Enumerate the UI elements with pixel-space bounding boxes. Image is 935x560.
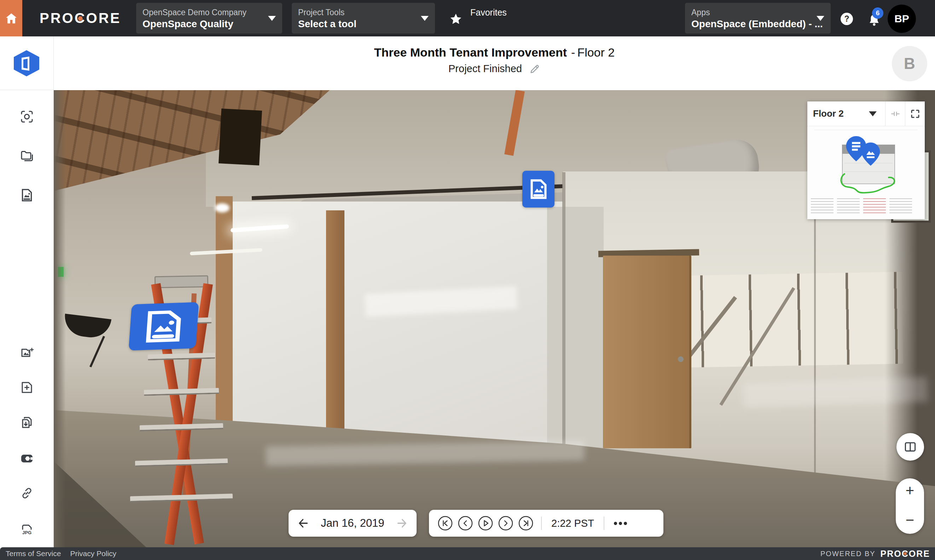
chevron-down-icon [268, 16, 276, 21]
copy-download-icon [20, 415, 34, 429]
share-link-button[interactable] [20, 486, 34, 500]
export-copy-button[interactable] [20, 415, 34, 429]
procore-logo[interactable]: PROCORE [40, 0, 121, 36]
favorites-star-button[interactable] [449, 13, 462, 28]
app-root: PROCORE OpenSpace Demo Company OpenSpace… [0, 0, 935, 560]
star-icon [449, 13, 462, 26]
image-document-icon [528, 176, 550, 202]
chevron-down-icon [869, 111, 876, 116]
terms-of-service-link[interactable]: Terms of Service [6, 549, 61, 558]
step-forward-button[interactable] [498, 515, 513, 531]
folders-icon [20, 148, 34, 163]
playback-controls: 2:22 PST [429, 510, 664, 537]
jpg-label: JPG [22, 530, 31, 535]
split-view-button[interactable] [896, 433, 924, 461]
photo-ladder-step [130, 494, 233, 502]
link-icon [20, 486, 34, 500]
company-selector-label: OpenSpace Demo Company [143, 7, 262, 18]
apps-dropdown-value: OpenSpace (Embedded) - ... [692, 18, 811, 31]
minimap-titleblock [863, 198, 886, 215]
procore-sync-button[interactable] [20, 451, 34, 466]
image-document-icon [20, 188, 34, 202]
minimap-floor-selector[interactable]: Floor 2 [807, 102, 885, 126]
play-button[interactable] [478, 515, 493, 531]
download-jpg-button[interactable]: JPG [20, 523, 34, 537]
capture-tool-button[interactable] [20, 109, 34, 124]
photo-door-handle [678, 356, 684, 362]
previous-date-arrow[interactable] [297, 517, 310, 529]
home-button[interactable] [0, 0, 22, 36]
photo-light-glow [215, 203, 230, 212]
footer-bar: Terms of Service Privacy Policy POWERED … [0, 547, 935, 560]
add-file-button[interactable] [20, 380, 34, 395]
next-date-arrow[interactable] [395, 517, 408, 529]
photo-door [603, 255, 692, 448]
apps-dropdown-label: Apps [692, 7, 811, 18]
panorama-viewer[interactable]: Floor 2 [54, 90, 935, 560]
file-plus-icon [20, 380, 34, 395]
top-navigation-bar: PROCORE OpenSpace Demo Company OpenSpace… [0, 0, 935, 36]
capture-time: 2:22 PST [549, 518, 596, 529]
project-status-text: Project Finished [448, 63, 522, 75]
add-image-button[interactable] [20, 346, 34, 360]
minimap-floorplan[interactable] [807, 126, 925, 219]
project-tools-dropdown[interactable]: Project Tools Select a tool [292, 3, 435, 34]
skip-to-first-button[interactable] [437, 515, 453, 531]
page-title: Three Month Tenant Improvement-Floor 2 [54, 46, 935, 59]
photo-ladder-step [140, 423, 223, 431]
photo-shaded-wall [547, 207, 604, 447]
title-separator: - [571, 46, 575, 59]
powered-by-label: POWERED BY [820, 550, 876, 558]
collaborator-avatar[interactable]: B [892, 46, 927, 81]
current-date[interactable]: Jan 16, 2019 [321, 517, 384, 529]
zoom-in-button[interactable]: + [906, 483, 915, 498]
edit-pencil-icon[interactable] [529, 63, 540, 75]
help-button[interactable]: ? [841, 13, 853, 25]
project-title-bar: Three Month Tenant Improvement-Floor 2 P… [54, 36, 935, 90]
footer-branding: POWERED BY PROCORE [820, 549, 930, 559]
zoom-out-button[interactable]: − [906, 512, 915, 528]
notification-count: 6 [876, 9, 880, 17]
chevron-down-icon [816, 16, 824, 21]
step-back-button[interactable] [457, 515, 473, 531]
zoom-controls: + − [896, 478, 924, 534]
procore-c-icon [20, 451, 34, 466]
jpg-file-icon: JPG [20, 523, 34, 537]
openspace-logo-door [22, 57, 29, 71]
footer-links: Terms of Service Privacy Policy [6, 549, 116, 558]
openspace-logo[interactable] [14, 50, 39, 76]
privacy-policy-link[interactable]: Privacy Policy [70, 549, 116, 558]
collapse-icon [890, 109, 901, 119]
minimap-floor-label: Floor 2 [813, 108, 844, 119]
divider [541, 517, 542, 530]
more-options-button[interactable] [614, 522, 627, 525]
minimap-titleblock [837, 198, 860, 215]
photo-note-marker-1[interactable] [522, 171, 555, 208]
minimap-photo-pin[interactable] [861, 143, 880, 167]
user-avatar[interactable]: BP [887, 5, 916, 33]
photo-docs-button[interactable] [20, 188, 34, 202]
company-selector-dropdown[interactable]: OpenSpace Demo Company OpenSpace Quality [136, 3, 282, 34]
image-document-icon [139, 308, 188, 345]
notification-count-badge[interactable]: 6 [872, 8, 883, 19]
tool-sidebar: JPG PDF [0, 36, 54, 547]
split-view-icon [903, 440, 918, 454]
minimap-panel: Floor 2 [807, 102, 925, 219]
image-add-icon [20, 346, 34, 360]
user-initials: BP [894, 13, 909, 25]
apps-dropdown[interactable]: Apps OpenSpace (Embedded) - ... [685, 3, 831, 34]
photo-ladder-top [154, 275, 209, 288]
fullscreen-icon [910, 109, 921, 119]
minimap-titleblock [811, 198, 833, 215]
help-question-glyph: ? [844, 14, 849, 24]
minimap-collapse-button[interactable] [885, 102, 905, 126]
procore-footer-logo: PROCORE [881, 549, 930, 559]
skip-to-last-button[interactable] [518, 515, 534, 531]
minimap-expand-button[interactable] [905, 102, 925, 126]
photo-note-marker-2[interactable] [128, 302, 199, 350]
projects-button[interactable] [20, 148, 34, 163]
date-navigator: Jan 16, 2019 [288, 510, 417, 537]
company-selector-value: OpenSpace Quality [143, 18, 262, 31]
favorites-label[interactable]: Favorites [470, 8, 507, 18]
project-tools-label: Project Tools [298, 7, 415, 18]
